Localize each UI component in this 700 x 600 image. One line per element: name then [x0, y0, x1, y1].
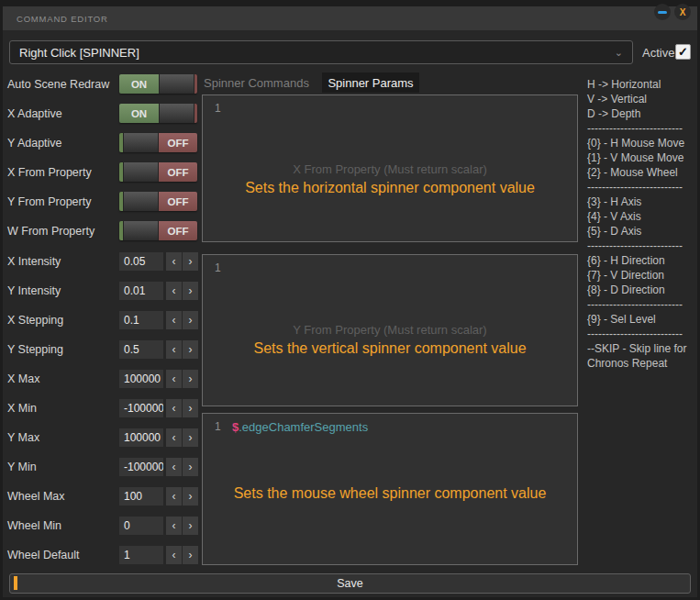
editor-hint: Sets the horizontal spinner component va…	[203, 180, 577, 196]
spinner-label-wheel-min: Wheel Min	[7, 516, 61, 536]
editor-hint: Sets the mouse wheel spinner component v…	[203, 485, 577, 502]
wheel-default-field[interactable]: 1	[119, 546, 163, 564]
help-line: --SKIP - Skip line for Chronos Repeat	[587, 341, 697, 371]
y-from-property-editor[interactable]: 1 Y From Property (Must return scalar) S…	[202, 254, 578, 406]
x-min-decrement-button[interactable]: ‹	[166, 399, 182, 417]
help-divider: --------------------------	[587, 327, 697, 341]
help-divider: --------------------------	[587, 180, 697, 194]
command-select-dropdown[interactable]: Right Click [SPINNER] ⌄	[9, 40, 633, 64]
help-line: D -> Depth	[587, 106, 697, 121]
toggle-knob	[123, 162, 159, 182]
x-intensity-increment-button[interactable]: ›	[183, 252, 198, 271]
toggle-knob	[159, 104, 194, 123]
code-property-token: .edgeChamferSegments	[239, 420, 368, 434]
spinner-label-x-stepping: X Stepping	[7, 310, 63, 330]
x-max-increment-button[interactable]: ›	[183, 370, 198, 388]
y-intensity-field[interactable]: 0.01	[119, 282, 163, 300]
toggle-off-sliver	[194, 104, 197, 123]
x-stepping-decrement-button[interactable]: ‹	[166, 311, 182, 329]
x-max-field[interactable]: 100000	[119, 370, 163, 388]
toggle-auto-scene-redraw[interactable]: ON	[119, 74, 197, 94]
active-checkbox[interactable]: ✓	[675, 44, 691, 60]
wheel-min-increment-button[interactable]: ›	[183, 517, 198, 535]
toggle-label-y-from-property: Y From Property	[7, 192, 91, 212]
spinner-label-x-max: X Max	[7, 369, 39, 389]
wheel-max-increment-button[interactable]: ›	[183, 487, 198, 506]
line-number: 1	[215, 261, 221, 274]
spinner-label-y-stepping: Y Stepping	[7, 339, 63, 360]
tab-spinner-params[interactable]: Spinner Params	[322, 72, 419, 93]
wheel-default-decrement-button[interactable]: ‹	[166, 546, 182, 564]
help-line: {1} - V Mouse Move	[587, 150, 697, 165]
toggle-off-track: OFF	[159, 192, 197, 211]
toggle-off-sliver	[194, 74, 197, 94]
spinner-label-x-intensity: X Intensity	[7, 251, 61, 272]
toggle-knob	[123, 133, 159, 152]
x-intensity-decrement-button[interactable]: ‹	[166, 252, 182, 271]
toggle-on-track: ON	[119, 104, 159, 123]
chevron-down-icon: ⌄	[615, 47, 623, 59]
help-line: {4} - V Axis	[587, 209, 697, 224]
y-stepping-decrement-button[interactable]: ‹	[166, 340, 182, 359]
help-line: {8} - D Direction	[587, 283, 697, 297]
toggle-x-from-property[interactable]: OFF	[119, 162, 197, 182]
help-line: V -> Vertical	[587, 92, 697, 106]
y-max-increment-button[interactable]: ›	[183, 428, 198, 447]
toggle-label-x-adaptive: X Adaptive	[7, 104, 62, 124]
save-button[interactable]: Save	[9, 573, 691, 594]
help-panel: H -> Horizontal V -> Vertical D -> Depth…	[587, 77, 697, 371]
y-min-field[interactable]: -1000000	[119, 458, 163, 476]
toggle-y-from-property[interactable]: OFF	[119, 192, 197, 211]
y-intensity-increment-button[interactable]: ›	[183, 282, 198, 300]
help-line: {6} - H Direction	[587, 253, 697, 268]
spinner-label-y-intensity: Y Intensity	[7, 281, 61, 301]
help-line: {7} - V Direction	[587, 268, 697, 283]
code-line: $.edgeChamferSegments	[232, 420, 368, 434]
y-max-field[interactable]: 100000	[119, 428, 163, 447]
spinner-label-wheel-default: Wheel Default	[7, 545, 80, 565]
toggle-knob	[123, 221, 159, 240]
spinner-label-y-min: Y Min	[7, 457, 37, 477]
help-divider: --------------------------	[587, 297, 697, 312]
mouse-wheel-editor[interactable]: 1 $.edgeChamferSegments Sets the mouse w…	[202, 413, 578, 565]
toggle-y-adaptive[interactable]: OFF	[119, 133, 197, 152]
toggle-knob	[159, 74, 194, 94]
wheel-max-field[interactable]: 100	[119, 487, 163, 506]
spinner-label-x-min: X Min	[7, 398, 37, 418]
command-select-value: Right Click [SPINNER]	[19, 46, 139, 60]
x-stepping-field[interactable]: 0.1	[119, 311, 163, 329]
tab-spinner-commands[interactable]: Spinner Commands	[204, 72, 309, 93]
x-min-increment-button[interactable]: ›	[183, 399, 198, 417]
save-button-label: Save	[10, 574, 690, 593]
x-stepping-increment-button[interactable]: ›	[183, 311, 198, 329]
editor-placeholder: X From Property (Must return scalar)	[203, 162, 577, 176]
minimize-icon	[658, 11, 667, 14]
x-min-field[interactable]: -1000000	[119, 399, 163, 417]
y-stepping-field[interactable]: 0.5	[119, 340, 163, 359]
toggle-label-x-from-property: X From Property	[7, 162, 92, 183]
y-max-decrement-button[interactable]: ‹	[166, 428, 182, 447]
editor-hint: Sets the vertical spinner component valu…	[203, 340, 577, 357]
wheel-min-field[interactable]: 0	[119, 517, 163, 535]
titlebar[interactable]: COMMAND EDITOR	[3, 6, 697, 30]
command-editor-window: COMMAND EDITOR X Right Click [SPINNER] ⌄…	[0, 0, 700, 600]
help-line: {2} - Mouse Wheel	[587, 165, 697, 180]
wheel-min-decrement-button[interactable]: ‹	[166, 517, 182, 535]
y-intensity-decrement-button[interactable]: ‹	[166, 282, 182, 300]
help-line: {9} - Sel Level	[587, 312, 697, 327]
toggle-w-from-property[interactable]: OFF	[119, 221, 197, 240]
toggle-off-track: OFF	[159, 221, 197, 240]
wheel-max-decrement-button[interactable]: ‹	[166, 487, 182, 506]
minimize-button[interactable]	[654, 4, 671, 20]
x-max-decrement-button[interactable]: ‹	[166, 370, 182, 388]
y-min-increment-button[interactable]: ›	[183, 458, 198, 476]
y-stepping-increment-button[interactable]: ›	[183, 340, 198, 359]
y-min-decrement-button[interactable]: ‹	[166, 458, 182, 476]
checkmark-icon: ✓	[678, 46, 688, 58]
toggle-x-adaptive[interactable]: ON	[119, 104, 197, 123]
toggle-off-track: OFF	[159, 133, 197, 152]
close-button[interactable]: X	[674, 4, 691, 20]
x-from-property-editor[interactable]: 1 X From Property (Must return scalar) S…	[202, 94, 578, 242]
x-intensity-field[interactable]: 0.05	[119, 252, 163, 271]
wheel-default-increment-button[interactable]: ›	[183, 546, 198, 564]
